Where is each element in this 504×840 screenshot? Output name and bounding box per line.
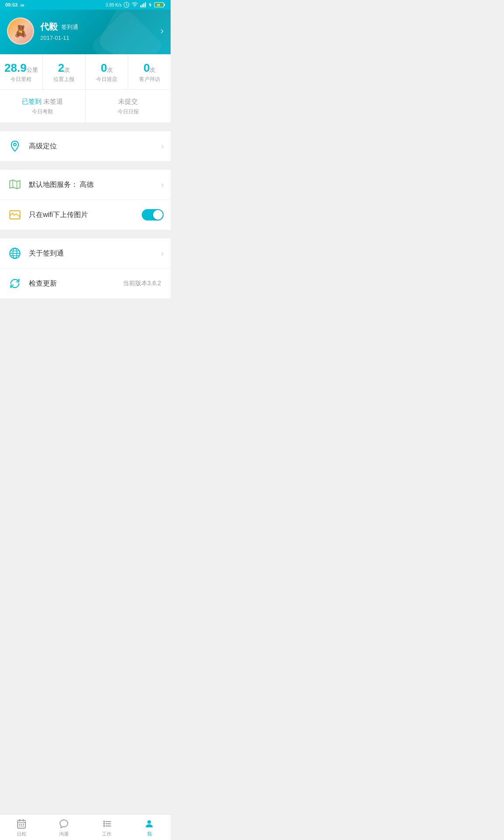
stat-location-value: 2 [58,61,64,74]
user-name: 代毅 [40,21,58,33]
stat-mileage: 28.9公里 今日里程 [0,54,43,89]
stat-location: 2次 位置上报 [43,54,86,89]
stat-visit-unit: 次 [150,66,155,73]
menu-item-location[interactable]: 高级定位 › [0,131,171,161]
stat-location-unit: 次 [64,66,70,73]
menu-location-chevron-icon: › [161,142,164,151]
not-signed-out-label: 未签退 [43,98,63,105]
stat-visit: 0次 客户拜访 [128,54,171,89]
menu-update-value: 当前版本3.8.2 [123,280,161,287]
svg-text:86: 86 [157,4,161,7]
stat-location-label: 位置上报 [46,76,83,83]
stat-visit-label: 客户拜访 [131,76,168,83]
stat-patrol-label: 今日巡店 [88,76,126,83]
svg-rect-5 [145,2,146,7]
location-icon [7,138,23,154]
profile-date: 2017-01-11 [40,35,78,41]
profile-chevron-icon[interactable]: › [161,25,164,37]
svg-rect-2 [140,5,141,7]
menu-map-text: 默认地图服务： 高德 [29,180,161,189]
menu-section-2: 默认地图服务： 高德 › 只在wifi下上传图片 [0,170,171,230]
stat-patrol-value: 0 [101,61,107,74]
wifi-icon [131,2,138,8]
menu-about-chevron-icon: › [161,249,164,258]
stat-mileage-unit: 公里 [27,66,38,73]
section-divider-2 [0,165,171,170]
menu-section-1: 高级定位 › [0,131,171,161]
svg-point-14 [12,213,14,214]
status-time: 09:53 [5,2,18,7]
menu-about-text: 关于签到通 [29,249,161,258]
daily-report-label: 今日日报 [90,108,167,116]
clock-icon [123,2,130,8]
avatar-image: 🧸 [8,18,33,44]
checkin-status: 已签到 未签退 [4,98,81,106]
profile-name-row: 代毅 签到通 [40,21,78,33]
stats-container: 28.9公里 今日里程 2次 位置上报 0次 今日巡店 0次 客户拜访 [0,54,171,90]
network-speed: 3.89 K/s [105,3,122,7]
infinity-icon: ∞ [20,2,24,8]
signal-icon [140,2,146,8]
stat-mileage-value: 28.9 [4,61,27,74]
daily-report-status: 未提交 [90,98,167,106]
status-left: 09:53 ∞ [5,2,24,8]
section-divider-1 [0,127,171,131]
menu-update-text: 检查更新 [29,279,123,288]
profile-info: 代毅 签到通 2017-01-11 [40,21,78,41]
app-name: 签到通 [61,23,78,31]
stat-patrol: 0次 今日巡店 [86,54,129,89]
battery-icon: 86 [154,2,165,8]
svg-rect-4 [144,4,144,7]
menu-item-map[interactable]: 默认地图服务： 高德 › [0,170,171,200]
status-right: 3.89 K/s [105,2,165,8]
attendance-container: 已签到 未签退 今日考勤 未提交 今日日报 [0,90,171,122]
attendance-checkin-label: 今日考勤 [4,108,81,116]
globe-icon [7,245,23,261]
section-divider-3 [0,234,171,238]
svg-rect-3 [142,4,143,7]
wifi-upload-toggle[interactable] [142,209,164,220]
menu-item-about[interactable]: 关于签到通 › [0,238,171,269]
menu-map-chevron-icon: › [161,180,164,189]
svg-point-1 [134,6,135,7]
menu-location-text: 高级定位 [29,142,161,151]
svg-point-10 [14,144,16,146]
stat-visit-value: 0 [144,61,150,74]
profile-header[interactable]: 🧸 代毅 签到通 2017-01-11 › [0,10,171,54]
charging-icon [148,2,152,8]
image-upload-icon [7,207,23,223]
menu-wifi-upload-text: 只在wifi下上传图片 [29,210,142,220]
stat-patrol-unit: 次 [107,66,113,73]
svg-rect-8 [164,4,165,6]
menu-item-wifi-upload[interactable]: 只在wifi下上传图片 [0,200,171,230]
avatar: 🧸 [7,18,34,45]
menu-section-3: 关于签到通 › 检查更新 当前版本3.8.2 [0,238,171,298]
stat-mileage-label: 今日里程 [3,76,40,83]
profile-left: 🧸 代毅 签到通 2017-01-11 [7,18,78,45]
status-bar: 09:53 ∞ 3.89 K/s [0,0,171,10]
attendance-daily-report[interactable]: 未提交 今日日报 [86,90,171,122]
menu-item-update[interactable]: 检查更新 当前版本3.8.2 [0,269,171,298]
refresh-icon [7,276,23,291]
attendance-check-in[interactable]: 已签到 未签退 今日考勤 [0,90,86,122]
signed-label: 已签到 [22,98,42,105]
map-icon [7,177,23,192]
